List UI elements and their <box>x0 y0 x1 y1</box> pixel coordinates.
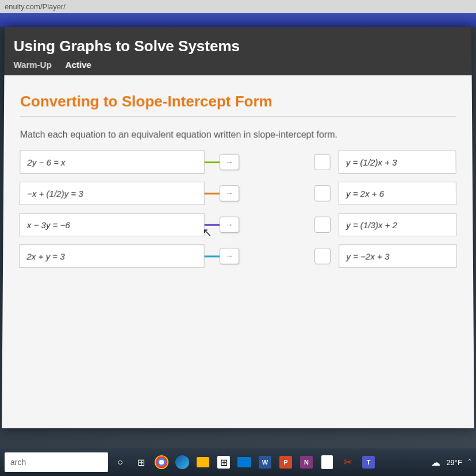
connector-handle-2[interactable] <box>220 185 239 201</box>
connector-4 <box>205 244 314 268</box>
powerpoint-icon[interactable]: P <box>277 454 294 471</box>
tray-expand-icon[interactable]: ˄ <box>468 458 471 466</box>
edge-icon[interactable] <box>174 454 191 471</box>
teams-icon[interactable]: T <box>360 454 377 471</box>
tab-warm-up[interactable]: Warm-Up <box>13 60 51 70</box>
task-view-icon[interactable]: ⊞ <box>132 454 149 471</box>
source-equations-column: 2y − 6 = x −x + (1/2)y = 3 x − 3y = −6 2… <box>19 151 205 276</box>
file-explorer-icon[interactable] <box>194 454 212 471</box>
connector-2 <box>205 182 314 205</box>
tab-active[interactable]: Active <box>66 60 91 70</box>
target-equation-4[interactable]: y = −2x + 3 <box>339 244 457 268</box>
browser-url-bar[interactable]: enuity.com/Player/ <box>0 0 476 13</box>
search-placeholder: arch <box>10 458 26 467</box>
connector-line-3 <box>205 224 221 225</box>
source-equation-4[interactable]: 2x + y = 3 <box>19 244 204 268</box>
drop-target-4[interactable] <box>314 248 331 264</box>
microsoft-store-icon[interactable]: ⊞ <box>215 454 232 471</box>
connector-handle-1[interactable] <box>220 154 239 170</box>
connector-1 <box>205 151 314 174</box>
taskbar-search[interactable]: arch <box>5 452 108 472</box>
target-equations-column: y = (1/2)x + 3 y = 2x + 6 y = (1/3)x + 2… <box>339 151 457 276</box>
calculator-icon[interactable] <box>318 454 336 471</box>
system-tray[interactable]: ☁ 29°F ˄ <box>431 457 471 468</box>
content-area: Converting to Slope-Intercept Form Match… <box>2 75 474 428</box>
target-equation-3[interactable]: y = (1/3)x + 2 <box>339 213 456 236</box>
source-equation-1[interactable]: 2y − 6 = x <box>20 151 204 174</box>
connector-handle-3[interactable] <box>220 217 239 233</box>
snip-icon[interactable]: ✂ <box>339 454 356 471</box>
drop-target-2[interactable] <box>314 185 331 201</box>
browser-toolbar <box>0 13 476 27</box>
source-equation-3[interactable]: x − 3y = −6 <box>20 213 205 236</box>
connectors-column <box>205 151 314 276</box>
mail-icon[interactable] <box>236 454 253 471</box>
chrome-icon[interactable] <box>153 454 170 471</box>
url-text: enuity.com/Player/ <box>5 2 66 11</box>
lesson-tabs: Warm-Up Active <box>13 60 462 70</box>
lesson-player: Using Graphs to Solve Systems Warm-Up Ac… <box>2 27 474 428</box>
connector-line-1 <box>205 161 221 163</box>
drop-targets-column <box>314 151 339 276</box>
connector-line-4 <box>205 255 221 257</box>
connector-3 <box>205 213 314 236</box>
cortana-icon[interactable]: ○ <box>112 454 129 471</box>
instruction-text: Match each equation to an equivalent equ… <box>20 129 456 140</box>
connector-handle-4[interactable] <box>220 248 239 264</box>
onenote-icon[interactable]: N <box>298 454 315 471</box>
section-title: Converting to Slope-Intercept Form <box>20 93 456 117</box>
lesson-title: Using Graphs to Solve Systems <box>14 37 463 55</box>
target-equation-1[interactable]: y = (1/2)x + 3 <box>339 151 456 174</box>
weather-icon: ☁ <box>431 457 440 468</box>
connector-line-2 <box>205 193 221 194</box>
drop-target-1[interactable] <box>314 154 331 170</box>
source-equation-2[interactable]: −x + (1/2)y = 3 <box>20 182 205 205</box>
target-equation-2[interactable]: y = 2x + 6 <box>339 182 456 205</box>
matching-activity: 2y − 6 = x −x + (1/2)y = 3 x − 3y = −6 2… <box>19 151 457 276</box>
windows-taskbar[interactable]: arch ○ ⊞ ⊞ W P N ✂ T ☁ 29°F ˄ <box>0 448 476 476</box>
weather-temp: 29°F <box>446 458 462 467</box>
word-icon[interactable]: W <box>256 454 274 471</box>
lesson-header: Using Graphs to Solve Systems Warm-Up Ac… <box>4 27 471 75</box>
drop-target-3[interactable] <box>314 217 331 233</box>
